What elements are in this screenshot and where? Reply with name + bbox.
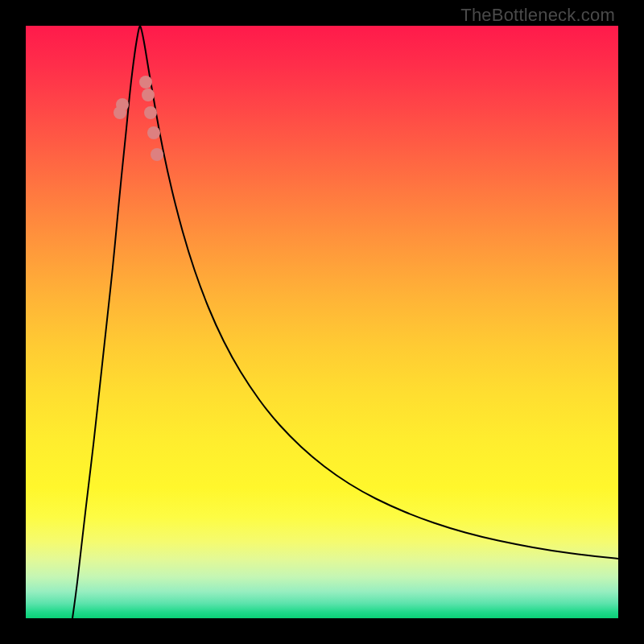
chart-frame: TheBottleneck.com [0, 0, 644, 644]
marker-dot [144, 106, 157, 119]
curve-layer [26, 26, 618, 618]
marker-dot [147, 126, 160, 139]
watermark-text: TheBottleneck.com [460, 5, 615, 26]
marker-dot [142, 89, 155, 101]
marker-dot [151, 148, 163, 161]
plot-area [26, 26, 618, 618]
marker-dot [139, 76, 152, 89]
marker-dot [116, 98, 129, 111]
marker-dots [114, 76, 163, 161]
